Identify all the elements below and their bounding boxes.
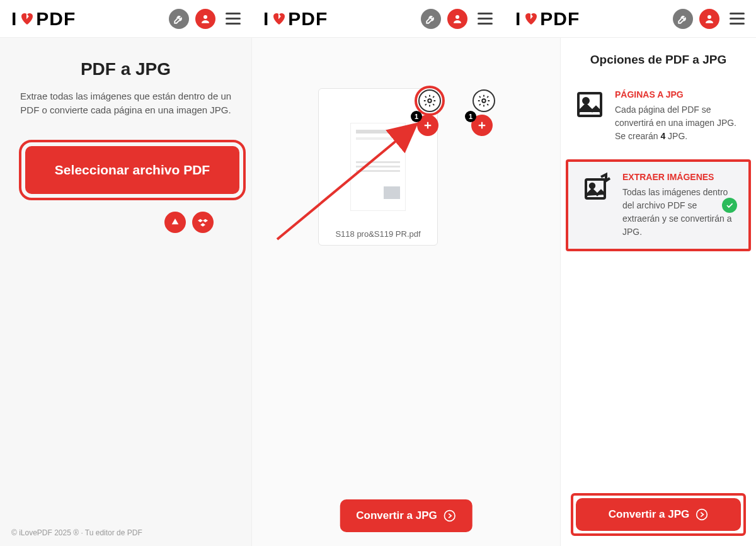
heart-icon <box>523 11 539 25</box>
highlight-box: EXTRAER IMÁGENES Todas las imágenes dent… <box>566 159 751 251</box>
option-desc: Todas las imágenes dentro del archivo PD… <box>622 186 735 239</box>
file-name: S118 pro&S119 PR.pdf <box>335 229 420 239</box>
file-count-badge: 1 <box>465 111 476 122</box>
menu-icon[interactable] <box>226 13 241 25</box>
logo-text-pdf: PDF <box>36 8 76 30</box>
heart-icon <box>19 11 35 25</box>
page-subtitle: Extrae todas las imágenes que están dent… <box>19 89 232 117</box>
menu-icon[interactable] <box>730 13 745 25</box>
app-header: I PDF <box>504 0 756 37</box>
option-title: EXTRAER IMÁGENES <box>622 172 735 182</box>
tools-icon[interactable] <box>169 9 189 29</box>
gear-icon[interactable] <box>472 89 495 112</box>
svg-point-11 <box>697 509 707 520</box>
gear-icon[interactable] <box>418 89 441 112</box>
svg-point-8 <box>583 98 588 103</box>
tools-icon[interactable] <box>673 9 693 29</box>
highlight-ring: Seleccionar archivo PDF <box>19 140 246 200</box>
account-icon[interactable] <box>447 9 467 29</box>
option-pages-to-jpg[interactable]: PÁGINAS A JPG Cada página del PDF se con… <box>561 79 756 153</box>
app-header: I PDF <box>0 0 252 37</box>
tools-icon[interactable] <box>421 9 441 29</box>
svg-point-4 <box>482 99 486 103</box>
option-title: PÁGINAS A JPG <box>615 89 742 100</box>
page-title: PDF a JPG <box>19 59 232 79</box>
panel-intro: PDF a JPG Extrae todas las imágenes que … <box>0 38 252 546</box>
select-file-button[interactable]: Seleccionar archivo PDF <box>25 146 239 194</box>
image-icon <box>575 89 605 120</box>
pdf-thumbnail <box>350 123 406 211</box>
convert-button[interactable]: Convertir a JPG <box>340 499 472 532</box>
footer-text: © iLovePDF 2025 ® · Tu editor de PDF <box>11 528 142 537</box>
convert-button[interactable]: Convertir a JPG <box>576 498 741 531</box>
file-count-badge: 1 <box>411 111 422 122</box>
logo[interactable]: I PDF <box>11 8 76 30</box>
heart-icon <box>271 11 287 25</box>
logo[interactable]: I PDF <box>515 8 580 30</box>
option-desc: Cada página del PDF se convertirá en una… <box>615 103 742 143</box>
arrow-right-icon <box>444 509 456 522</box>
dropbox-icon[interactable] <box>192 212 214 233</box>
header-actions <box>169 9 241 29</box>
highlight-box: Convertir a JPG <box>571 493 746 536</box>
header-row: I PDF I PDF <box>0 0 756 38</box>
logo[interactable]: I PDF <box>263 8 328 30</box>
svg-point-10 <box>590 184 594 188</box>
panel-preview: S118 pro&S119 PR.pdf 1 1 Convertir a JPG <box>252 38 561 546</box>
check-icon <box>722 198 737 213</box>
account-icon[interactable] <box>699 9 719 29</box>
options-title: Opciones de PDF a JPG <box>561 38 756 79</box>
menu-icon[interactable] <box>478 13 493 25</box>
account-icon[interactable] <box>195 9 215 29</box>
svg-point-6 <box>444 511 455 521</box>
svg-point-0 <box>203 15 207 19</box>
svg-rect-7 <box>578 93 601 116</box>
app-header: I PDF <box>252 0 504 37</box>
convert-button-label: Convertir a JPG <box>609 508 690 521</box>
svg-point-1 <box>455 15 459 19</box>
panel-options: Opciones de PDF a JPG PÁGINAS A JPG Cada… <box>561 38 756 546</box>
option-extract-images[interactable]: EXTRAER IMÁGENES Todas las imágenes dent… <box>568 162 748 249</box>
convert-button-label: Convertir a JPG <box>356 509 437 522</box>
arrow-right-icon <box>696 508 708 521</box>
google-drive-icon[interactable] <box>164 212 186 233</box>
extract-image-icon <box>582 172 612 202</box>
svg-point-3 <box>428 99 432 103</box>
logo-letter-i: I <box>11 8 18 30</box>
svg-point-2 <box>707 15 711 19</box>
